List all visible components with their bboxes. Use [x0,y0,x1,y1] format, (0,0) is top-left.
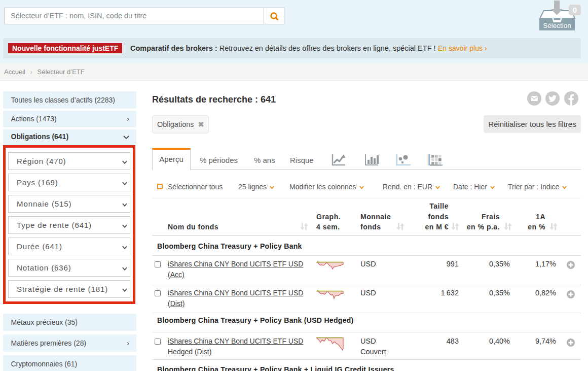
svg-text:0: 0 [573,6,577,14]
svg-text:Sélection: Sélection [543,22,571,29]
